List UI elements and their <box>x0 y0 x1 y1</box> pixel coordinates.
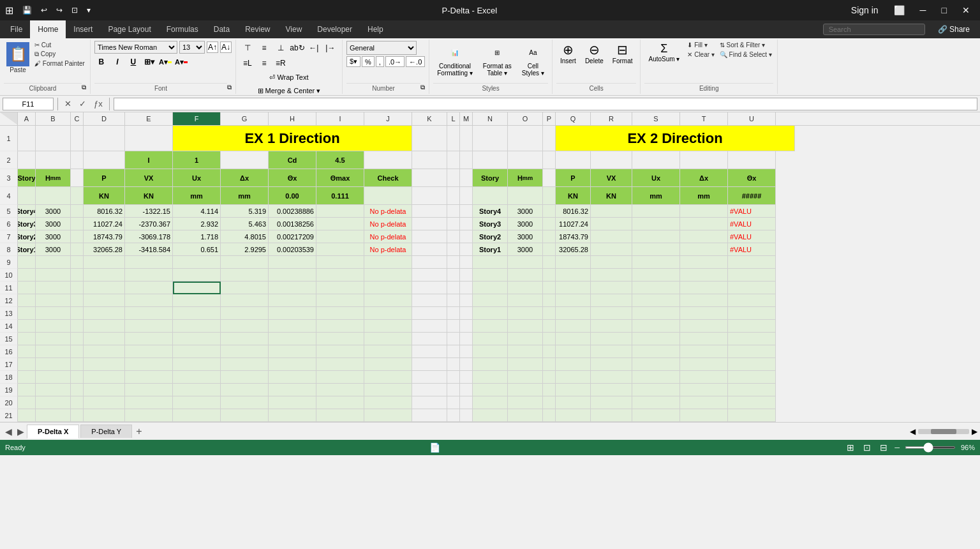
cell-styles-btn[interactable]: Aa CellStyles ▾ <box>518 41 548 78</box>
confirm-formula-btn[interactable]: ✓ <box>77 99 89 109</box>
cell-t21[interactable] <box>680 409 728 422</box>
cell-p11[interactable] <box>543 282 556 294</box>
cell-n6[interactable]: Story3 <box>473 218 508 230</box>
cell-g4-mm[interactable]: mm <box>221 187 269 205</box>
cell-k1[interactable] <box>412 126 447 151</box>
redo-qat-btn[interactable]: ↪ <box>54 4 65 16</box>
cell-d3-P[interactable]: P <box>84 169 125 187</box>
rownum-10[interactable]: 10 <box>0 269 18 282</box>
cell-b21[interactable] <box>36 409 71 422</box>
cell-r3-VX2[interactable]: VX <box>591 169 632 187</box>
cell-o16[interactable] <box>508 345 543 358</box>
sheet-tab-pdelta-x[interactable]: P-Delta X <box>27 425 79 439</box>
cell-t4-mm2[interactable]: mm <box>680 187 728 205</box>
cell-g17[interactable] <box>221 358 269 371</box>
cell-p13[interactable] <box>543 307 556 320</box>
cell-h15[interactable] <box>269 333 316 345</box>
cell-j2[interactable] <box>364 151 412 169</box>
cell-g18[interactable] <box>221 371 269 384</box>
cell-u16[interactable] <box>728 345 776 358</box>
tab-file[interactable]: File <box>3 20 30 38</box>
cell-q19[interactable] <box>556 384 591 396</box>
cell-h4-0[interactable]: 0.00 <box>269 187 316 205</box>
cell-p3[interactable] <box>543 169 556 187</box>
cell-l19[interactable] <box>447 384 460 396</box>
cell-p8[interactable] <box>543 243 556 256</box>
cell-b17[interactable] <box>36 358 71 371</box>
cell-h17[interactable] <box>269 358 316 371</box>
col-header-j[interactable]: J <box>364 112 412 125</box>
cell-k18[interactable] <box>412 371 447 384</box>
cell-d5[interactable]: 8016.32 <box>84 205 125 218</box>
cell-i7[interactable] <box>316 230 364 243</box>
cell-r10[interactable] <box>591 269 632 282</box>
cell-j9[interactable] <box>364 256 412 269</box>
col-header-a[interactable]: A <box>18 112 36 125</box>
cell-a15[interactable] <box>18 333 36 345</box>
cell-a9[interactable] <box>18 256 36 269</box>
cell-e15[interactable] <box>125 333 173 345</box>
cell-l10[interactable] <box>447 269 460 282</box>
cell-s16[interactable] <box>632 345 680 358</box>
cell-j21[interactable] <box>364 409 412 422</box>
cell-a3-story[interactable]: Story <box>18 169 36 187</box>
customize-qat-btn[interactable]: ▾ <box>84 4 93 16</box>
cell-s21[interactable] <box>632 409 680 422</box>
cell-m21[interactable] <box>460 409 473 422</box>
cell-e12[interactable] <box>125 294 173 307</box>
cell-t16[interactable] <box>680 345 728 358</box>
tab-view[interactable]: View <box>278 20 310 38</box>
cell-j18[interactable] <box>364 371 412 384</box>
cell-i8[interactable] <box>316 243 364 256</box>
cell-u9[interactable] <box>728 256 776 269</box>
cell-l11[interactable] <box>447 282 460 294</box>
cell-r21[interactable] <box>591 409 632 422</box>
cell-o4[interactable] <box>508 187 543 205</box>
cell-l5[interactable] <box>447 205 460 218</box>
scroll-right-btn[interactable]: ▶ <box>972 427 977 436</box>
close-btn[interactable]: ✕ <box>957 0 975 20</box>
cell-f6[interactable]: 2.932 <box>173 218 221 230</box>
cell-f14[interactable] <box>173 320 221 333</box>
comma-btn[interactable]: , <box>376 56 384 67</box>
cell-t2[interactable] <box>680 151 728 169</box>
cell-u4-hash[interactable]: ##### <box>728 187 776 205</box>
cell-r12[interactable] <box>591 294 632 307</box>
cell-c4[interactable] <box>71 187 84 205</box>
cell-q6[interactable]: 11027.24 <box>556 218 591 230</box>
cell-j19[interactable] <box>364 384 412 396</box>
rownum-13[interactable]: 13 <box>0 307 18 320</box>
cell-t17[interactable] <box>680 358 728 371</box>
cell-d7[interactable]: 18743.79 <box>84 230 125 243</box>
number-expand[interactable]: ⧉ <box>420 84 425 91</box>
rownum-17[interactable]: 17 <box>0 358 18 371</box>
cell-c16[interactable] <box>71 345 84 358</box>
cell-p4[interactable] <box>543 187 556 205</box>
cell-c7[interactable] <box>71 230 84 243</box>
cell-p14[interactable] <box>543 320 556 333</box>
cell-m13[interactable] <box>460 307 473 320</box>
cell-u5[interactable]: #VALU <box>728 205 776 218</box>
cell-n4[interactable] <box>473 187 508 205</box>
cell-f18[interactable] <box>173 371 221 384</box>
cell-t10[interactable] <box>680 269 728 282</box>
tab-review[interactable]: Review <box>237 20 278 38</box>
cell-o6[interactable]: 3000 <box>508 218 543 230</box>
underline-btn[interactable]: U <box>126 55 140 69</box>
cell-u12[interactable] <box>728 294 776 307</box>
cell-l1[interactable] <box>447 126 460 151</box>
col-header-n[interactable]: N <box>473 112 508 125</box>
cell-k7[interactable] <box>412 230 447 243</box>
cell-h3-Ox[interactable]: Θx <box>269 169 316 187</box>
cell-e21[interactable] <box>125 409 173 422</box>
indent-inc-btn[interactable]: |→ <box>323 41 338 55</box>
cell-e17[interactable] <box>125 358 173 371</box>
cell-a6[interactable]: Story3 <box>18 218 36 230</box>
cell-h2-Cd[interactable]: Cd <box>269 151 316 169</box>
cell-i15[interactable] <box>316 333 364 345</box>
cell-e10[interactable] <box>125 269 173 282</box>
cell-c8[interactable] <box>71 243 84 256</box>
horizontal-scrollbar[interactable] <box>918 429 969 434</box>
cell-h10[interactable] <box>269 269 316 282</box>
cell-u13[interactable] <box>728 307 776 320</box>
